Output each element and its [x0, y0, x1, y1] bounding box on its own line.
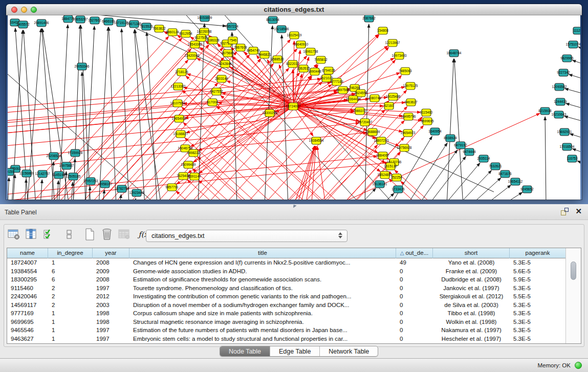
- graph-node-label: 22420046: [185, 54, 200, 57]
- table-cell: 49: [396, 258, 433, 267]
- graph-node-label: 9699695: [421, 119, 434, 123]
- table-row[interactable]: 1938455462009Genome-wide association stu…: [7, 267, 581, 276]
- status-bar: Memory: OK: [0, 358, 588, 372]
- graph-node-label: 18107554: [170, 101, 185, 105]
- column-header-title[interactable]: title: [129, 248, 396, 258]
- graph-node-label: 6794028: [322, 69, 335, 72]
- table-row[interactable]: 977716911998Corpus callosum shape and si…: [7, 309, 581, 318]
- table-cell: Jankovic et al. (1997): [433, 284, 510, 293]
- table-cell: 2: [48, 292, 93, 301]
- graph-node-label: 15692931: [557, 130, 572, 134]
- column-header-out_de[interactable]: △out_de...: [396, 248, 433, 258]
- graph-edge: [293, 41, 294, 106]
- table-row[interactable]: 1830029562008Estimation of significance …: [7, 275, 581, 284]
- network-view-window[interactable]: citations_edges.txt 16436140557220891406…: [6, 4, 582, 200]
- graph-node-label: 7857224: [225, 25, 238, 28]
- table-selector-value: citations_edges.txt: [151, 232, 205, 239]
- vertical-scrollbar[interactable]: [565, 248, 581, 343]
- table-cell: 9777169: [7, 309, 48, 318]
- network-canvas[interactable]: 1643614055722089140618847791065328715276…: [8, 15, 580, 200]
- column-header-year[interactable]: year: [93, 248, 129, 258]
- graph-node-label: 18495796: [401, 115, 416, 118]
- table-row[interactable]: 1456911722003Disruption of a novel membe…: [7, 301, 581, 310]
- table-cell: 1997: [93, 335, 129, 343]
- table-row[interactable]: 946362711997Embryonic stem cells: a mode…: [7, 335, 581, 343]
- node-attribute-table[interactable]: namein_degreeyeartitle△out_de...shortpag…: [7, 248, 581, 344]
- graph-node-label: 11156869: [19, 171, 34, 175]
- column-header-short[interactable]: short: [433, 248, 510, 258]
- tab-edge-table[interactable]: Edge Table: [270, 346, 319, 356]
- graph-node-label: 11124: [573, 29, 580, 32]
- graph-node-label: 17016504: [560, 145, 575, 148]
- graph-edge: [147, 32, 162, 200]
- citation-network-graph[interactable]: 1643614055722089140618847791065328715276…: [8, 15, 580, 200]
- column-header-pagerank[interactable]: pagerank: [510, 248, 566, 258]
- table-row[interactable]: 969969511998Structural magnetic resonanc…: [7, 318, 581, 326]
- graph-node-label: 8454749: [247, 49, 260, 52]
- graph-node-label: 1498222: [187, 151, 200, 155]
- tab-node-table[interactable]: Node Table: [220, 346, 270, 356]
- table-row[interactable]: 911546021997Tourette syndrome. Phenomeno…: [7, 284, 581, 293]
- table-cell: 1: [48, 318, 93, 326]
- column-header-in_degree[interactable]: in_degree: [48, 248, 93, 258]
- graph-node-label: 116753: [567, 157, 578, 160]
- graph-edge: [402, 163, 480, 200]
- graph-node-label: 8322037: [286, 62, 299, 65]
- table-header-row: namein_degreeyeartitle△out_de...shortpag…: [7, 248, 581, 258]
- graph-node-label: 7632621: [489, 164, 502, 168]
- table-row[interactable]: 2242004622012Investigating the contribut…: [7, 292, 581, 301]
- graph-node-label: 12213383: [171, 84, 186, 88]
- column-header-name[interactable]: name: [7, 248, 48, 258]
- table-column-mode-icon[interactable]: [24, 228, 38, 241]
- graph-edge: [577, 161, 580, 173]
- tab-network-table[interactable]: Network Table: [319, 346, 378, 356]
- graph-node-label: 9427552: [210, 90, 223, 93]
- graph-node-label: 3624554: [354, 91, 367, 95]
- graph-node-label: 12213967: [385, 41, 400, 45]
- graph-edge: [135, 30, 173, 200]
- close-panel-icon[interactable]: ✕: [575, 207, 582, 215]
- graph-edge: [88, 187, 90, 200]
- table-cell: 2: [48, 301, 93, 310]
- table-settings-icon[interactable]: [7, 228, 20, 241]
- table-cell: 2008: [93, 258, 129, 267]
- graph-node-label: 9857791: [165, 185, 179, 189]
- graph-node-label: 20206526: [47, 154, 61, 158]
- window-titlebar[interactable]: citations_edges.txt: [6, 4, 582, 15]
- table-cell: Disruption of a novel member of a sodium…: [129, 301, 396, 310]
- delete-table-icon[interactable]: [100, 228, 114, 241]
- table-selector-dropdown[interactable]: citations_edges.txt: [146, 230, 347, 242]
- graph-node-label: 20891406: [34, 21, 49, 25]
- graph-node-label: 12923448: [129, 191, 144, 194]
- graph-node-label: 7546: [229, 38, 237, 42]
- table-cell: Dudbridge et al. (2008): [433, 275, 510, 284]
- table-cell: 1998: [93, 318, 129, 326]
- graph-node-label: 6497568: [336, 88, 350, 92]
- table-cell: 0: [396, 267, 433, 276]
- scrollbar-thumb[interactable]: [571, 261, 576, 280]
- graph-node-label: 1733426: [391, 187, 405, 191]
- graph-node-label: 1145194: [53, 173, 66, 177]
- graph-node-label: 18300295: [263, 111, 277, 115]
- float-panel-icon[interactable]: [561, 207, 569, 215]
- splitter-resize-icon[interactable]: [292, 204, 296, 208]
- graph-edge: [8, 89, 349, 136]
- import-table-icon[interactable]: [117, 228, 131, 241]
- graph-edge: [434, 185, 511, 200]
- table-cell: 5.3E-5: [510, 284, 566, 293]
- table-cell: Hescheler et al. (1997): [433, 335, 510, 343]
- new-table-icon[interactable]: [82, 228, 96, 241]
- table-cell: Wolkin et al. (1998): [433, 318, 510, 326]
- table-cell: 5.6E-5: [510, 267, 566, 276]
- graph-node-label: 10210643: [552, 113, 567, 116]
- table-row[interactable]: 946554611997Estimation of the future num…: [7, 326, 581, 335]
- table-cell: 22420046: [7, 292, 48, 301]
- graph-node-label: 15166827: [173, 132, 188, 136]
- graph-node-label: 2803144: [215, 77, 228, 80]
- graph-node-label: 9463627: [404, 100, 418, 104]
- row-height-icon[interactable]: [62, 228, 76, 241]
- graph-edge: [572, 60, 580, 73]
- table-cell: Stergiakouli et al. (2012): [433, 292, 510, 301]
- table-row[interactable]: 1872400712008Changes of HCN gene express…: [7, 258, 581, 267]
- select-rows-icon[interactable]: [41, 228, 55, 241]
